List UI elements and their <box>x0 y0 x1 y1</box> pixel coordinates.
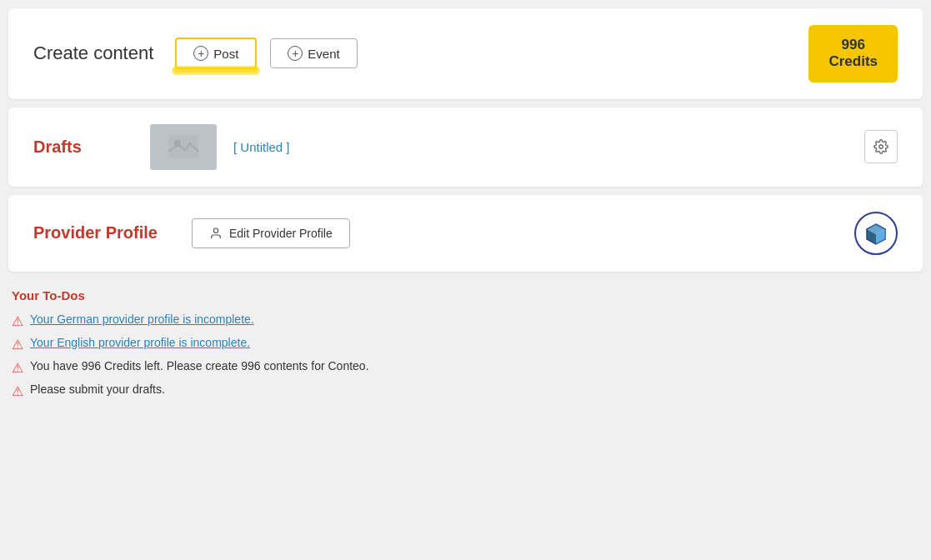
todo-alert-icon-1: ⚠ <box>12 313 23 329</box>
event-button-label: Event <box>308 47 339 61</box>
draft-thumbnail <box>150 124 217 170</box>
event-plus-icon: + <box>288 46 303 61</box>
todo-alert-icon-4: ⚠ <box>12 383 23 399</box>
edit-provider-button[interactable]: Edit Provider Profile <box>192 218 350 248</box>
create-content-title: Create content <box>33 42 153 64</box>
provider-profile-card: Provider Profile Edit Provider Profile <box>8 195 923 272</box>
todo-item-4: ⚠ Please submit your drafts. <box>12 382 919 399</box>
provider-cube-icon <box>863 221 888 246</box>
credits-badge: 996 Credits <box>808 25 898 82</box>
event-button[interactable]: + Event <box>270 38 357 68</box>
todo-item-3: ⚠ You have 996 Credits left. Please crea… <box>12 359 919 376</box>
svg-point-2 <box>879 145 883 149</box>
provider-logo-circle <box>854 212 898 255</box>
todo-alert-icon-2: ⚠ <box>12 337 23 352</box>
post-plus-icon: + <box>193 46 208 61</box>
todos-section-title: Your To-Dos <box>12 288 919 302</box>
post-button-label: Post <box>213 47 238 61</box>
drafts-card: Drafts [ Untitled ] <box>8 108 923 187</box>
gear-button[interactable] <box>864 130 898 163</box>
todo-link-1[interactable]: Your German provider profile is incomple… <box>30 312 254 326</box>
post-button[interactable]: + Post <box>175 38 257 69</box>
drafts-title: Drafts <box>33 138 133 157</box>
svg-point-3 <box>213 228 218 232</box>
todo-text-3: You have 996 Credits left. Please create… <box>30 359 369 372</box>
provider-profile-title: Provider Profile <box>33 223 175 242</box>
draft-name-link[interactable]: [ Untitled ] <box>233 140 290 154</box>
highlight-underline <box>172 67 260 75</box>
todo-text-4: Please submit your drafts. <box>30 382 165 396</box>
todo-item-2: ⚠ Your English provider profile is incom… <box>12 336 919 352</box>
gear-icon <box>873 139 888 154</box>
edit-provider-label: Edit Provider Profile <box>229 227 333 240</box>
todo-alert-icon-3: ⚠ <box>12 360 23 376</box>
todos-section: Your To-Dos ⚠ Your German provider profi… <box>8 280 923 414</box>
todo-item-1: ⚠ Your German provider profile is incomp… <box>12 312 919 329</box>
todo-link-2[interactable]: Your English provider profile is incompl… <box>30 336 250 349</box>
person-icon <box>209 227 223 240</box>
create-content-card: Create content + Post + Event 996 Credit… <box>8 8 923 99</box>
